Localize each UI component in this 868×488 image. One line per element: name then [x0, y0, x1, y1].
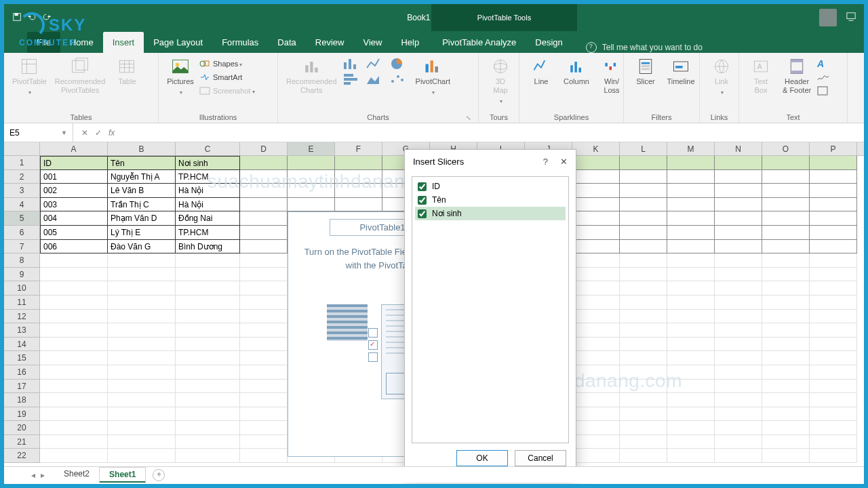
cell[interactable]	[572, 211, 620, 226]
row-header-16[interactable]: 16	[4, 365, 39, 380]
cell[interactable]	[762, 211, 810, 226]
cell[interactable]	[762, 435, 810, 449]
cell[interactable]	[667, 226, 715, 240]
tab-page-layout[interactable]: Page Layout	[144, 32, 212, 53]
cell[interactable]	[572, 296, 620, 310]
cell[interactable]	[810, 240, 857, 254]
cell[interactable]	[810, 323, 857, 338]
bar-chart-icon[interactable]	[342, 72, 364, 85]
cell[interactable]	[240, 421, 288, 435]
cell[interactable]	[40, 338, 108, 352]
cell[interactable]	[762, 296, 810, 310]
cell[interactable]: Hà Nội	[176, 198, 240, 212]
cell[interactable]	[667, 281, 715, 296]
row-header-11[interactable]: 11	[4, 296, 39, 310]
sheet-nav-prev-icon[interactable]: ◂	[31, 470, 35, 480]
cell[interactable]	[715, 421, 762, 435]
cell[interactable]	[762, 365, 810, 380]
row-header-7[interactable]: 7	[4, 240, 39, 254]
cell[interactable]	[240, 253, 288, 268]
cell[interactable]: Đồng Nai	[176, 211, 240, 226]
cell[interactable]	[620, 240, 667, 254]
wordart-icon[interactable]: A	[816, 58, 830, 69]
slicer-field-checkbox[interactable]	[418, 182, 427, 191]
cell[interactable]	[715, 226, 762, 240]
cell[interactable]	[572, 380, 620, 394]
cell[interactable]	[335, 170, 382, 184]
cell[interactable]	[667, 240, 715, 254]
cell[interactable]	[288, 156, 335, 170]
cell[interactable]	[108, 380, 176, 394]
cell[interactable]	[176, 323, 240, 338]
slicer-field-nơi-sinh[interactable]: Nơi sinh	[415, 207, 566, 220]
cell[interactable]	[40, 351, 108, 365]
cell[interactable]	[762, 421, 810, 435]
slicer-field-id[interactable]: ID	[415, 180, 566, 193]
cell[interactable]	[667, 435, 715, 449]
cell[interactable]: 005	[40, 226, 108, 240]
cell[interactable]	[176, 351, 240, 365]
cell[interactable]	[762, 268, 810, 282]
cell[interactable]: Hà Nội	[176, 184, 240, 198]
cell[interactable]	[715, 310, 762, 324]
slicer-field-tên[interactable]: Tên	[415, 193, 566, 207]
cell[interactable]	[715, 281, 762, 296]
cell[interactable]	[762, 253, 810, 268]
cell[interactable]	[762, 393, 810, 407]
cell[interactable]: 006	[40, 240, 108, 254]
cell[interactable]	[572, 281, 620, 296]
cell[interactable]	[762, 240, 810, 254]
cell[interactable]	[240, 198, 288, 212]
cell[interactable]	[40, 435, 108, 449]
cell[interactable]	[810, 421, 857, 435]
cell[interactable]	[762, 198, 810, 212]
header-footer-button[interactable]: Header & Footer	[780, 56, 814, 96]
cell[interactable]	[620, 211, 667, 226]
cell[interactable]	[572, 449, 620, 463]
cell[interactable]	[715, 338, 762, 352]
cell[interactable]	[108, 393, 176, 407]
chart-dialog-launcher-icon[interactable]: ⤡	[466, 115, 471, 121]
pivotchart-button[interactable]: PivotChart	[413, 56, 453, 98]
cell[interactable]	[715, 435, 762, 449]
cell[interactable]	[620, 365, 667, 380]
cell[interactable]	[240, 170, 288, 184]
cell[interactable]: TP.HCM	[176, 226, 240, 240]
smartart-button[interactable]: SmartArt	[199, 70, 255, 84]
row-header-3[interactable]: 3	[4, 184, 39, 198]
cell[interactable]	[620, 351, 667, 365]
cell[interactable]	[715, 380, 762, 394]
cell[interactable]	[40, 365, 108, 380]
cell[interactable]	[810, 449, 857, 463]
cell[interactable]	[620, 449, 667, 463]
cell[interactable]: TP.HCM	[176, 170, 240, 184]
cell[interactable]	[715, 296, 762, 310]
cell[interactable]: Lý Thị E	[108, 226, 176, 240]
row-header-18[interactable]: 18	[4, 393, 39, 407]
cell[interactable]	[572, 351, 620, 365]
cell[interactable]	[40, 421, 108, 435]
column-chart-icon[interactable]	[342, 57, 364, 70]
help-icon[interactable]: ?	[543, 157, 548, 167]
cell[interactable]	[108, 421, 176, 435]
ok-button[interactable]: OK	[456, 450, 508, 466]
cell[interactable]	[620, 296, 667, 310]
row-header-2[interactable]: 2	[4, 170, 39, 184]
cell[interactable]	[572, 435, 620, 449]
cell[interactable]	[715, 449, 762, 463]
row-header-12[interactable]: 12	[4, 310, 39, 324]
cell[interactable]: Nguyễn Thị A	[108, 170, 176, 184]
cell[interactable]	[810, 281, 857, 296]
row-header-9[interactable]: 9	[4, 268, 39, 282]
enter-formula-icon[interactable]: ✓	[95, 128, 102, 138]
scatter-chart-icon[interactable]	[389, 72, 410, 85]
cell[interactable]	[762, 407, 810, 422]
cell[interactable]	[667, 156, 715, 170]
row-header-13[interactable]: 13	[4, 323, 39, 338]
col-header-P[interactable]: P	[810, 142, 857, 155]
col-header-C[interactable]: C	[176, 142, 240, 155]
cell[interactable]	[667, 211, 715, 226]
cell[interactable]	[108, 323, 176, 338]
sparkline-line-button[interactable]: Line	[525, 56, 557, 87]
cell[interactable]	[240, 226, 288, 240]
